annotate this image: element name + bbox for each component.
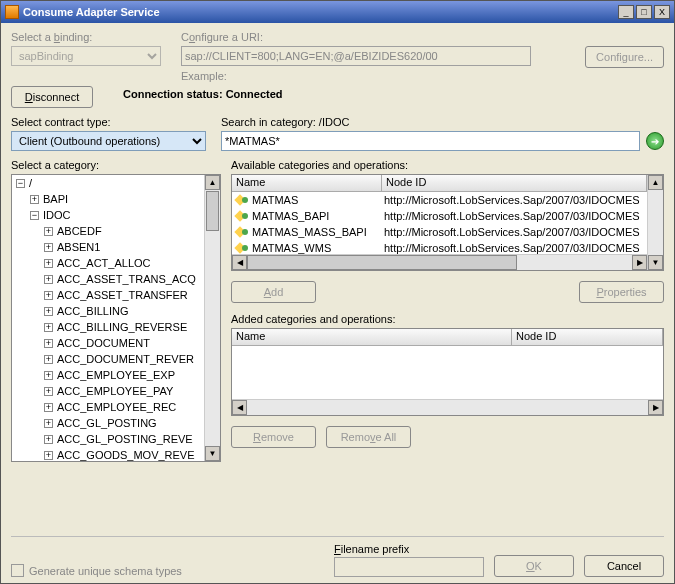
contract-label: Select contract type: [11, 116, 211, 128]
search-input[interactable] [221, 131, 640, 151]
ok-button: OK [494, 555, 574, 577]
added-list[interactable] [232, 346, 663, 399]
category-label: Select a category: [11, 159, 221, 171]
tree-toggle-icon[interactable]: + [44, 403, 53, 412]
window: Consume Adapter Service _ □ X Select a b… [0, 0, 675, 584]
binding-select: sapBinding [11, 46, 161, 66]
cancel-button[interactable]: Cancel [584, 555, 664, 577]
tree-root[interactable]: −/ [12, 175, 204, 191]
category-tree[interactable]: −/+BAPI−IDOC+ABCEDF+ABSEN1+ACC_ACT_ALLOC… [12, 175, 204, 461]
tree-toggle-icon[interactable]: + [44, 451, 53, 460]
cell-name: MATMAS_MASS_BAPI [252, 226, 384, 238]
tree-node[interactable]: +ACC_EMPLOYEE_REC [12, 399, 204, 415]
tree-node[interactable]: +ACC_EMPLOYEE_EXP [12, 367, 204, 383]
cell-nodeid: http://Microsoft.LobServices.Sap/2007/03… [384, 210, 640, 222]
scroll-right-icon[interactable]: ▶ [632, 255, 647, 270]
scroll-up-icon[interactable]: ▲ [648, 175, 663, 190]
cell-name: MATMAS [252, 194, 384, 206]
scroll-left-icon[interactable]: ◀ [232, 255, 247, 270]
scroll-down-icon[interactable]: ▼ [648, 255, 663, 270]
tree-node[interactable]: +ABSEN1 [12, 239, 204, 255]
tree-toggle-icon[interactable]: + [44, 419, 53, 428]
tree-item-label: ACC_GOODS_MOV_REVE [57, 449, 195, 461]
scroll-left-icon[interactable]: ◀ [232, 400, 247, 415]
scroll-up-icon[interactable]: ▲ [205, 175, 220, 190]
tree-toggle-icon[interactable]: + [44, 307, 53, 316]
tree-item-label: BAPI [43, 193, 68, 205]
tree-toggle-icon[interactable]: − [30, 211, 39, 220]
tree-node[interactable]: +ACC_GL_POSTING_REVE [12, 431, 204, 447]
tree-toggle-icon[interactable]: + [44, 243, 53, 252]
available-scrollbar-h[interactable]: ◀ ▶ [232, 254, 647, 270]
tree-toggle-icon[interactable]: + [44, 227, 53, 236]
tree-item-label: ACC_DOCUMENT_REVER [57, 353, 194, 365]
tree-node[interactable]: +ACC_ASSET_TRANSFER [12, 287, 204, 303]
tree-node[interactable]: +ACC_GL_POSTING [12, 415, 204, 431]
tree-toggle-icon[interactable]: + [44, 435, 53, 444]
tree-toggle-icon[interactable]: + [44, 259, 53, 268]
tree-node[interactable]: +ACC_BILLING [12, 303, 204, 319]
tree-toggle-icon[interactable]: + [44, 371, 53, 380]
tree-node[interactable]: +ACC_EMPLOYEE_PAY [12, 383, 204, 399]
tree-toggle-icon[interactable]: + [30, 195, 39, 204]
tree-toggle-icon[interactable]: + [44, 387, 53, 396]
generate-schema-label: Generate unique schema types [29, 565, 182, 577]
list-item[interactable]: MATMAS_MASS_BAPIhttp://Microsoft.LobServ… [232, 224, 647, 240]
tree-node[interactable]: +ABCEDF [12, 223, 204, 239]
contract-select[interactable]: Client (Outbound operations) [11, 131, 206, 151]
binding-label: Select a binding: [11, 31, 171, 43]
category-icon [235, 242, 249, 254]
tree-toggle-icon[interactable]: + [44, 323, 53, 332]
available-header: Name Node ID [232, 175, 647, 192]
tree-item-label: ACC_ACT_ALLOC [57, 257, 151, 269]
scroll-down-icon[interactable]: ▼ [205, 446, 220, 461]
available-list[interactable]: MATMAShttp://Microsoft.LobServices.Sap/2… [232, 192, 647, 254]
uri-label: Configure a URI: [181, 31, 575, 43]
tree-item-label: ACC_EMPLOYEE_REC [57, 401, 176, 413]
disconnect-button[interactable]: Disconnect [11, 86, 93, 108]
tree-toggle-icon[interactable]: + [44, 339, 53, 348]
filename-prefix-input [334, 557, 484, 577]
tree-toggle-icon[interactable]: + [44, 355, 53, 364]
added-label: Added categories and operations: [231, 313, 664, 325]
search-label: Search in category: /IDOC [221, 116, 664, 128]
list-item[interactable]: MATMAS_BAPIhttp://Microsoft.LobServices.… [232, 208, 647, 224]
generate-schema-checkbox [11, 564, 24, 577]
col-name[interactable]: Name [232, 175, 382, 191]
tree-item-label: ACC_ASSET_TRANSFER [57, 289, 188, 301]
tree-node[interactable]: +ACC_DOCUMENT_REVER [12, 351, 204, 367]
app-icon [5, 5, 19, 19]
tree-item-label: ACC_ASSET_TRANS_ACQ [57, 273, 196, 285]
tree-node[interactable]: +ACC_ACT_ALLOC [12, 255, 204, 271]
tree-item-label: ABCEDF [57, 225, 102, 237]
category-icon [235, 194, 249, 206]
cell-name: MATMAS_BAPI [252, 210, 384, 222]
col-nodeid[interactable]: Node ID [512, 329, 663, 345]
tree-node[interactable]: +ACC_BILLING_REVERSE [12, 319, 204, 335]
tree-toggle-icon[interactable]: + [44, 291, 53, 300]
tree-scrollbar-v[interactable]: ▲ ▼ [204, 175, 220, 461]
tree-toggle-icon[interactable]: − [16, 179, 25, 188]
list-item[interactable]: MATMAS_WMShttp://Microsoft.LobServices.S… [232, 240, 647, 254]
tree-bapi[interactable]: +BAPI [12, 191, 204, 207]
close-button[interactable]: X [654, 5, 670, 19]
maximize-button[interactable]: □ [636, 5, 652, 19]
tree-node[interactable]: +ACC_ASSET_TRANS_ACQ [12, 271, 204, 287]
scroll-right-icon[interactable]: ▶ [648, 400, 663, 415]
cell-name: MATMAS_WMS [252, 242, 384, 254]
col-nodeid[interactable]: Node ID [382, 175, 647, 191]
col-name[interactable]: Name [232, 329, 512, 345]
search-go-button[interactable]: ➔ [646, 132, 664, 150]
tree-node[interactable]: +ACC_DOCUMENT [12, 335, 204, 351]
tree-item-label: ACC_GL_POSTING [57, 417, 157, 429]
available-scrollbar-v[interactable]: ▲ ▼ [647, 175, 663, 270]
tree-node[interactable]: +ACC_GOODS_MOV_REVE [12, 447, 204, 461]
tree-toggle-icon[interactable]: + [44, 275, 53, 284]
titlebar: Consume Adapter Service _ □ X [1, 1, 674, 23]
tree-item-label: ACC_EMPLOYEE_PAY [57, 385, 173, 397]
added-scrollbar-h[interactable]: ◀ ▶ [232, 399, 663, 415]
cell-nodeid: http://Microsoft.LobServices.Sap/2007/03… [384, 194, 640, 206]
minimize-button[interactable]: _ [618, 5, 634, 19]
list-item[interactable]: MATMAShttp://Microsoft.LobServices.Sap/2… [232, 192, 647, 208]
tree-idoc[interactable]: −IDOC [12, 207, 204, 223]
